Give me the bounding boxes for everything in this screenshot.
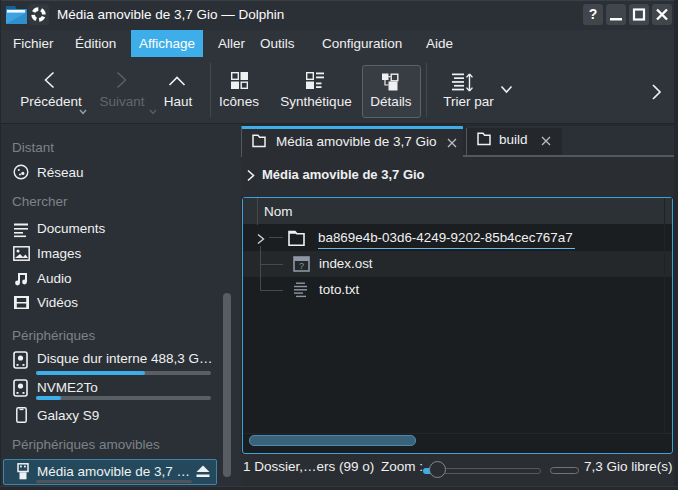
svg-text:?: ? [299,261,304,271]
